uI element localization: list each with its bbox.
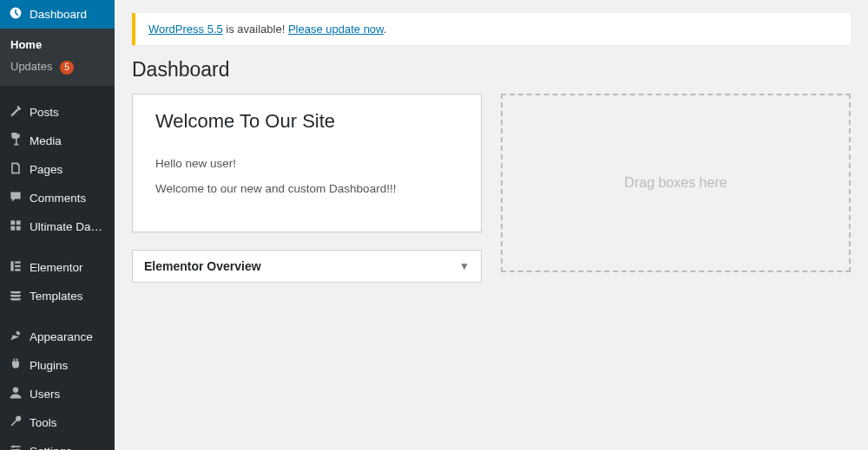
svg-point-8 — [13, 388, 18, 393]
widget-title: Elementor Overview — [144, 259, 261, 273]
update-notice: WordPress 5.5 is available! Please updat… — [132, 13, 851, 45]
sidebar-item-label: Settings — [30, 445, 108, 450]
dropzone-label: Drag boxes here — [624, 175, 727, 191]
sidebar-item-label: Elementor — [30, 261, 108, 274]
sidebar-item-label: Pages — [30, 163, 108, 176]
templates-icon — [7, 288, 24, 304]
sidebar-item-dashboard[interactable]: Dashboard — [0, 0, 115, 29]
dashboard-columns: Welcome To Our Site Hello new user! Welc… — [132, 94, 851, 283]
svg-rect-4 — [10, 261, 13, 271]
main-content: WordPress 5.5 is available! Please updat… — [115, 0, 868, 450]
notice-text: is available! — [223, 23, 288, 36]
svg-rect-2 — [10, 226, 15, 231]
sidebar-item-media[interactable]: Media — [0, 127, 115, 155]
welcome-p1: Hello new user! — [155, 157, 458, 170]
sidebar-item-label: Tools — [30, 416, 108, 429]
pin-icon — [7, 104, 24, 121]
dashboard-icon — [7, 6, 24, 23]
elementor-overview-header[interactable]: Elementor Overview ▼ — [132, 250, 482, 283]
sidebar-item-label: Appearance — [30, 330, 108, 343]
svg-rect-1 — [16, 220, 21, 225]
sidebar-item-comments[interactable]: Comments — [0, 184, 115, 212]
widget-dropzone[interactable]: Drag boxes here — [501, 94, 851, 272]
chevron-down-icon: ▼ — [459, 260, 470, 272]
sidebar-separator — [0, 86, 115, 98]
svg-point-12 — [12, 445, 15, 447]
svg-rect-0 — [10, 220, 15, 225]
welcome-p2: Welcome to our new and custom Dashboard!… — [155, 182, 458, 195]
sidebar-item-settings[interactable]: Settings — [0, 437, 115, 450]
settings-icon — [7, 443, 24, 450]
sidebar-item-elementor[interactable]: Elementor — [0, 253, 115, 282]
sidebar-subitem-label: Updates — [10, 60, 52, 73]
ultimate-dash-icon — [7, 218, 24, 235]
sidebar-item-plugins[interactable]: Plugins — [0, 351, 115, 380]
tools-icon — [7, 414, 24, 431]
sidebar-separator — [0, 241, 115, 253]
dashboard-col-right: Drag boxes here — [501, 94, 851, 283]
comment-icon — [7, 190, 24, 206]
sidebar-item-posts[interactable]: Posts — [0, 98, 115, 127]
svg-rect-3 — [16, 226, 21, 231]
elementor-icon — [7, 259, 24, 276]
sidebar-submenu-dashboard: Home Updates 5 — [0, 29, 115, 86]
page-icon — [7, 161, 24, 178]
appearance-icon — [7, 329, 24, 345]
sidebar-item-label: Ultimate Dash… — [30, 220, 108, 233]
svg-rect-7 — [15, 269, 20, 271]
sidebar-subitem-label: Home — [10, 38, 42, 51]
sidebar-item-label: Templates — [30, 290, 108, 303]
update-now-link[interactable]: Please update now — [288, 23, 384, 36]
updates-badge: 5 — [60, 61, 74, 75]
sidebar-item-tools[interactable]: Tools — [0, 408, 115, 437]
media-icon — [7, 133, 24, 149]
svg-rect-5 — [15, 261, 20, 263]
sidebar-item-users[interactable]: Users — [0, 380, 115, 408]
sidebar-item-ultimate-dash[interactable]: Ultimate Dash… — [0, 212, 115, 241]
sidebar-subitem-updates[interactable]: Updates 5 — [0, 55, 115, 79]
sidebar-item-label: Comments — [30, 192, 108, 205]
sidebar-item-label: Media — [30, 134, 108, 147]
sidebar-item-pages[interactable]: Pages — [0, 155, 115, 184]
admin-sidebar: Dashboard Home Updates 5 Posts Media Pag… — [0, 0, 115, 450]
sidebar-item-templates[interactable]: Templates — [0, 282, 115, 310]
dashboard-col-left: Welcome To Our Site Hello new user! Welc… — [132, 94, 482, 283]
sidebar-subitem-home[interactable]: Home — [0, 34, 115, 55]
welcome-title: Welcome To Our Site — [155, 110, 458, 133]
plugins-icon — [7, 357, 24, 374]
page-title: Dashboard — [132, 58, 851, 82]
sidebar-item-label: Posts — [30, 106, 108, 119]
notice-suffix: . — [384, 23, 387, 36]
wp-version-link[interactable]: WordPress 5.5 — [148, 23, 223, 36]
sidebar-item-label: Dashboard — [30, 8, 108, 21]
sidebar-item-appearance[interactable]: Appearance — [0, 323, 115, 351]
svg-rect-6 — [15, 265, 20, 267]
welcome-widget: Welcome To Our Site Hello new user! Welc… — [132, 94, 482, 232]
sidebar-item-label: Plugins — [30, 359, 108, 372]
users-icon — [7, 386, 24, 402]
sidebar-item-label: Users — [30, 388, 108, 401]
sidebar-separator — [0, 310, 115, 323]
